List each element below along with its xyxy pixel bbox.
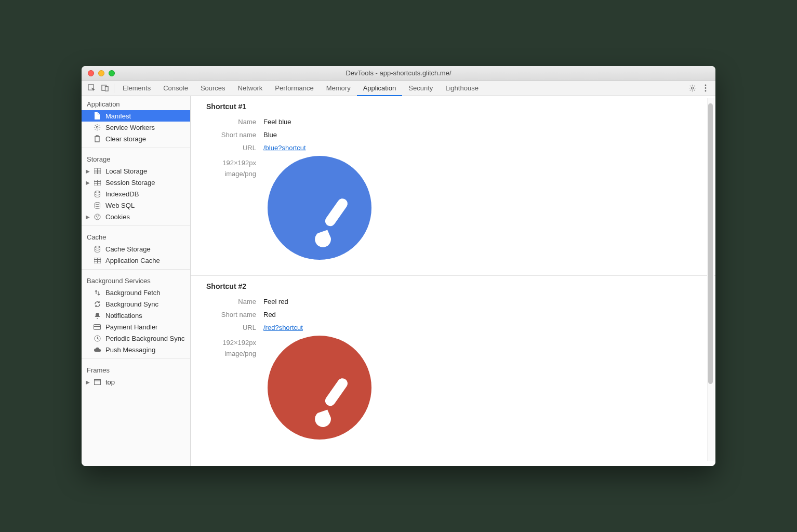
sidebar-group-application: Application xyxy=(82,96,190,110)
sidebar-item-notifications[interactable]: Notifications xyxy=(82,310,190,321)
frame-icon xyxy=(93,378,101,386)
sidebar-item-background-sync[interactable]: Background Sync xyxy=(82,298,190,310)
table-icon xyxy=(93,167,101,175)
sidebar-item-label: Cookies xyxy=(105,213,130,221)
tab-sources[interactable]: Sources xyxy=(194,81,232,96)
field-label-shortname: Short name xyxy=(206,311,263,318)
sidebar-item-top-frame[interactable]: ▶ top xyxy=(82,376,190,388)
more-menu-icon[interactable] xyxy=(699,84,712,92)
sidebar-item-label: Background Fetch xyxy=(105,289,161,297)
sidebar-item-label: Clear storage xyxy=(105,135,146,143)
field-label-url: URL xyxy=(206,324,263,331)
svg-point-14 xyxy=(98,215,99,216)
sidebar-item-periodic-background-sync[interactable]: Periodic Background Sync xyxy=(82,332,190,344)
svg-point-15 xyxy=(97,217,98,218)
sidebar-group-frames: Frames xyxy=(82,362,190,376)
sidebar-item-label: Manifest xyxy=(105,112,131,120)
document-icon xyxy=(93,112,101,120)
device-toolbar-icon[interactable] xyxy=(98,84,112,92)
expand-icon[interactable]: ▶ xyxy=(86,379,90,385)
sidebar-item-local-storage[interactable]: ▶ Local Storage xyxy=(82,165,190,177)
field-label-shortname: Short name xyxy=(206,131,263,139)
card-icon xyxy=(93,323,101,331)
clock-icon xyxy=(93,334,101,342)
svg-point-5 xyxy=(705,87,707,89)
sidebar-item-service-workers[interactable]: Service Workers xyxy=(82,122,190,133)
sync-icon xyxy=(93,300,101,308)
manifest-content: Shortcut #1 Name Feel blue Short name Bl… xyxy=(191,96,715,466)
sidebar-item-cache-storage[interactable]: Cache Storage xyxy=(82,243,190,255)
database-icon xyxy=(93,190,101,198)
devtools-window: DevTools - app-shortcuts.glitch.me/ Elem… xyxy=(82,66,715,466)
settings-gear-icon[interactable] xyxy=(685,84,699,92)
titlebar: DevTools - app-shortcuts.glitch.me/ xyxy=(82,66,715,81)
shortcut-icon-preview xyxy=(268,156,371,260)
devtools-toolbar: Elements Console Sources Network Perform… xyxy=(82,81,715,96)
sidebar-item-payment-handler[interactable]: Payment Handler xyxy=(82,321,190,332)
table-icon xyxy=(93,256,101,264)
shortcut-icon-preview xyxy=(268,336,371,440)
cloud-icon xyxy=(93,345,101,354)
svg-point-11 xyxy=(95,202,100,204)
field-label-name: Name xyxy=(206,118,263,126)
svg-point-6 xyxy=(705,90,707,92)
sidebar-item-indexeddb[interactable]: IndexedDB xyxy=(82,188,190,200)
shortcut-heading: Shortcut #1 xyxy=(206,102,700,111)
svg-rect-18 xyxy=(94,324,101,329)
tab-memory[interactable]: Memory xyxy=(320,81,357,96)
sidebar-item-manifest[interactable]: Manifest xyxy=(82,110,190,122)
sidebar-group-cache: Cache xyxy=(82,229,190,243)
sidebar-item-label: Periodic Background Sync xyxy=(105,335,184,342)
scrollbar-thumb[interactable] xyxy=(708,103,713,384)
tab-elements[interactable]: Elements xyxy=(116,81,157,96)
sidebar-item-label: Notifications xyxy=(105,312,142,320)
sidebar-item-push-messaging[interactable]: Push Messaging xyxy=(82,344,190,355)
icon-dimensions: 192×192px image/png xyxy=(206,159,263,178)
tab-lighthouse[interactable]: Lighthouse xyxy=(439,81,485,96)
svg-rect-2 xyxy=(105,87,108,91)
sidebar-item-application-cache[interactable]: Application Cache xyxy=(82,255,190,266)
tab-performance[interactable]: Performance xyxy=(269,81,320,96)
sidebar-item-session-storage[interactable]: ▶ Session Storage xyxy=(82,177,190,188)
tab-network[interactable]: Network xyxy=(232,81,269,96)
sidebar-item-label: Session Storage xyxy=(105,179,155,187)
svg-point-12 xyxy=(95,214,100,220)
scrollbar-track xyxy=(707,98,714,461)
shortcut-url-link[interactable]: /blue?shortcut xyxy=(263,144,306,152)
svg-point-13 xyxy=(96,216,97,217)
sidebar-item-label: Push Messaging xyxy=(105,346,155,354)
sidebar-group-background-services: Background Services xyxy=(82,273,190,287)
svg-rect-21 xyxy=(94,379,100,384)
window-title: DevTools - app-shortcuts.glitch.me/ xyxy=(82,69,715,77)
table-icon xyxy=(93,178,101,187)
inspect-element-icon[interactable] xyxy=(85,84,98,92)
shortcut-heading: Shortcut #2 xyxy=(206,282,700,290)
field-value-name: Feel red xyxy=(263,298,288,305)
shortcut-url-link[interactable]: /red?shortcut xyxy=(263,324,303,331)
svg-rect-22 xyxy=(323,196,350,228)
field-label-name: Name xyxy=(206,298,263,305)
trash-icon xyxy=(93,135,101,143)
svg-point-7 xyxy=(96,126,98,128)
svg-point-10 xyxy=(95,191,100,193)
main-area: Application Manifest Service Workers Cle… xyxy=(82,96,715,466)
separator xyxy=(114,84,114,93)
tab-security[interactable]: Security xyxy=(402,81,439,96)
sidebar-item-label: Background Sync xyxy=(105,300,158,308)
sidebar-item-label: IndexedDB xyxy=(105,190,139,198)
expand-icon[interactable]: ▶ xyxy=(86,180,90,185)
panel-tabs: Elements Console Sources Network Perform… xyxy=(116,81,485,96)
sidebar-item-clear-storage[interactable]: Clear storage xyxy=(82,133,190,144)
expand-icon[interactable]: ▶ xyxy=(86,214,90,220)
sidebar-item-label: Service Workers xyxy=(105,124,155,131)
tab-console[interactable]: Console xyxy=(157,81,194,96)
expand-icon[interactable]: ▶ xyxy=(86,168,90,174)
sidebar-item-websql[interactable]: Web SQL xyxy=(82,200,190,211)
application-sidebar: Application Manifest Service Workers Cle… xyxy=(82,96,191,466)
sidebar-item-background-fetch[interactable]: Background Fetch xyxy=(82,287,190,298)
field-value-shortname: Red xyxy=(263,311,276,318)
sidebar-item-label: Cache Storage xyxy=(105,245,151,253)
sidebar-item-label: top xyxy=(105,378,115,386)
sidebar-item-cookies[interactable]: ▶ Cookies xyxy=(82,211,190,222)
tab-application[interactable]: Application xyxy=(357,81,403,96)
